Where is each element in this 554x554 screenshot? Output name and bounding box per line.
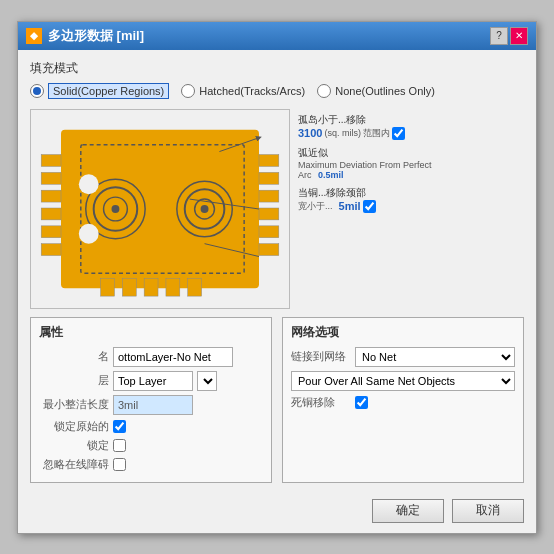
ann-arc-sub2: Arc 0.5mil <box>298 170 524 180</box>
preview-row: 孤岛小于...移除 3100 (sq. mils) 范围内 弧近似 Maximu… <box>30 109 524 309</box>
svg-rect-9 <box>259 154 279 166</box>
chip-preview <box>30 109 290 309</box>
ann-island-title: 孤岛小于...移除 <box>298 113 524 127</box>
annotations-panel: 孤岛小于...移除 3100 (sq. mils) 范围内 弧近似 Maximu… <box>298 109 524 309</box>
ann-copper-sub: 宽小于... <box>298 200 333 213</box>
svg-rect-12 <box>259 208 279 220</box>
prop-select-layer[interactable]: ▼ <box>197 371 217 391</box>
prop-cb-ignore-obstacle-label: 忽略在线障碍 <box>39 457 109 472</box>
dialog-container: ◆ 多边形数据 [mil] ? ✕ 填充模式 Solid(Copper Regi… <box>17 21 537 534</box>
net-options-title: 网络选项 <box>291 324 515 341</box>
svg-point-29 <box>79 223 99 243</box>
net-select-pour[interactable]: Pour Over All Same Net Objects <box>291 371 515 391</box>
title-bar: ◆ 多边形数据 [mil] ? ✕ <box>18 22 536 50</box>
title-bar-left: ◆ 多边形数据 [mil] <box>26 27 144 45</box>
prop-label-layer: 层 <box>39 373 109 388</box>
ann-arc: 弧近似 Maximum Deviation From Perfect Arc 0… <box>298 146 524 180</box>
prop-cb-ignore-obstacle: 忽略在线障碍 <box>39 457 263 472</box>
svg-rect-13 <box>259 225 279 237</box>
ann-arc-value: 0.5mil <box>318 170 344 180</box>
svg-rect-5 <box>41 190 61 202</box>
svg-rect-11 <box>259 190 279 202</box>
radio-hatched-label: Hatched(Tracks/Arcs) <box>199 85 305 97</box>
prop-input-layer[interactable] <box>113 371 193 391</box>
prop-input-min-length[interactable] <box>113 395 193 415</box>
svg-rect-6 <box>41 208 61 220</box>
properties-panel: 属性 名 层 ▼ 最小整洁长度 锁定原始的 <box>30 317 272 483</box>
prop-label-min-length: 最小整洁长度 <box>39 397 109 412</box>
ann-island: 孤岛小于...移除 3100 (sq. mils) 范围内 <box>298 113 524 140</box>
ann-copper: 当铜...移除颈部 宽小于... 5mil <box>298 186 524 213</box>
fill-mode-label: 填充模式 <box>30 60 524 77</box>
radio-none-circle[interactable] <box>317 84 331 98</box>
svg-rect-7 <box>41 225 61 237</box>
dialog-title: 多边形数据 [mil] <box>48 27 144 45</box>
prop-row-name: 名 <box>39 347 263 367</box>
net-row-pour: Pour Over All Same Net Objects <box>291 371 515 391</box>
fill-mode-group: Solid(Copper Regions) Hatched(Tracks/Arc… <box>30 81 524 101</box>
fill-mode-section: 填充模式 Solid(Copper Regions) Hatched(Track… <box>30 60 524 101</box>
properties-title: 属性 <box>39 324 263 341</box>
svg-rect-3 <box>41 154 61 166</box>
prop-checkbox-lock-original[interactable] <box>113 420 126 433</box>
ann-copper-value: 5mil <box>339 200 361 212</box>
svg-rect-14 <box>259 243 279 255</box>
radio-solid[interactable]: Solid(Copper Regions) <box>30 83 169 99</box>
prop-cb-lock: 锁定 <box>39 438 263 453</box>
footer-buttons: 确定 取消 <box>18 493 536 533</box>
ann-island-checkbox[interactable] <box>392 127 405 140</box>
prop-label-name: 名 <box>39 349 109 364</box>
bottom-panels: 属性 名 层 ▼ 最小整洁长度 锁定原始的 <box>30 317 524 483</box>
svg-rect-10 <box>259 172 279 184</box>
ann-island-unit: (sq. mils) 范围内 <box>324 127 390 140</box>
svg-rect-18 <box>166 278 180 296</box>
radio-solid-label: Solid(Copper Regions) <box>48 83 169 99</box>
confirm-button[interactable]: 确定 <box>372 499 444 523</box>
ann-island-line: 3100 (sq. mils) 范围内 <box>298 127 524 140</box>
title-bar-controls: ? ✕ <box>490 27 528 45</box>
net-row-link: 链接到网络 No Net <box>291 347 515 367</box>
prop-checkbox-ignore-obstacle[interactable] <box>113 458 126 471</box>
app-icon: ◆ <box>26 28 42 44</box>
ann-copper-checkbox[interactable] <box>363 200 376 213</box>
svg-rect-19 <box>188 278 202 296</box>
prop-row-min-length: 最小整洁长度 <box>39 395 263 415</box>
svg-point-27 <box>201 205 209 213</box>
svg-point-28 <box>79 174 99 194</box>
net-label-link: 链接到网络 <box>291 349 351 364</box>
svg-point-26 <box>111 205 119 213</box>
prop-cb-lock-original-label: 锁定原始的 <box>39 419 109 434</box>
svg-rect-17 <box>144 278 158 296</box>
radio-hatched-circle[interactable] <box>181 84 195 98</box>
ann-copper-title: 当铜...移除颈部 <box>298 186 524 200</box>
cancel-button[interactable]: 取消 <box>452 499 524 523</box>
radio-hatched[interactable]: Hatched(Tracks/Arcs) <box>181 84 305 98</box>
dead-copper-row: 死铜移除 <box>291 395 515 410</box>
prop-cb-lock-original: 锁定原始的 <box>39 419 263 434</box>
svg-rect-8 <box>41 243 61 255</box>
radio-solid-circle[interactable] <box>30 84 44 98</box>
dialog-body: 填充模式 Solid(Copper Regions) Hatched(Track… <box>18 50 536 493</box>
radio-none[interactable]: None(Outlines Only) <box>317 84 435 98</box>
net-select-link[interactable]: No Net <box>355 347 515 367</box>
dead-copper-checkbox[interactable] <box>355 396 368 409</box>
prop-cb-lock-label: 锁定 <box>39 438 109 453</box>
ann-arc-sub1: Maximum Deviation From Perfect <box>298 160 524 170</box>
chip-svg <box>31 110 289 308</box>
net-options-panel: 网络选项 链接到网络 No Net Pour Over All Same Net… <box>282 317 524 483</box>
ann-island-value: 3100 <box>298 127 322 139</box>
radio-none-label: None(Outlines Only) <box>335 85 435 97</box>
prop-checkbox-lock[interactable] <box>113 439 126 452</box>
ann-arc-title: 弧近似 <box>298 146 524 160</box>
close-button[interactable]: ✕ <box>510 27 528 45</box>
svg-rect-4 <box>41 172 61 184</box>
ann-copper-line: 宽小于... 5mil <box>298 200 524 213</box>
help-button[interactable]: ? <box>490 27 508 45</box>
prop-input-name[interactable] <box>113 347 233 367</box>
svg-rect-15 <box>101 278 115 296</box>
svg-rect-16 <box>122 278 136 296</box>
prop-row-layer: 层 ▼ <box>39 371 263 391</box>
dead-copper-label: 死铜移除 <box>291 395 351 410</box>
